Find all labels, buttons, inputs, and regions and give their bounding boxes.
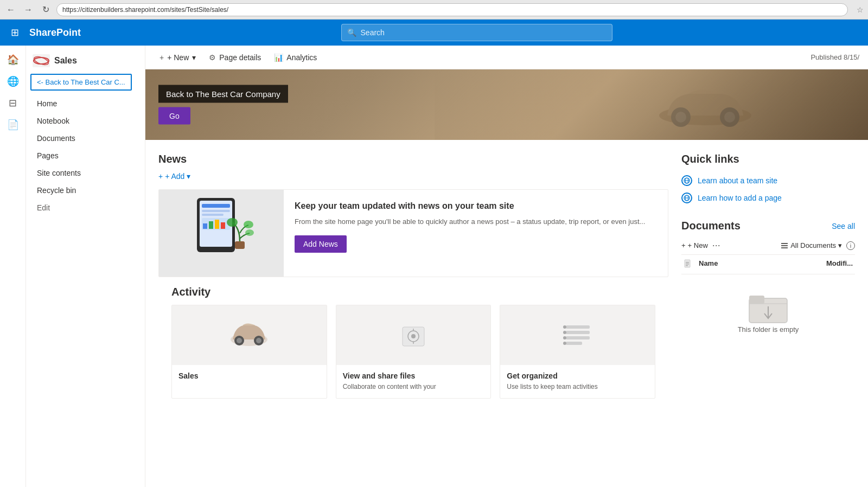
documents-toolbar: + + New ··· All Documents ▾ [681,236,855,255]
add-news-button[interactable]: Add News [295,235,347,253]
see-all-link[interactable]: See all [832,222,855,230]
quick-links-section: Quick links Learn about a team site [681,153,855,207]
activity-card-sales: Sales [171,305,327,399]
rail-doc-icon[interactable]: 📄 [3,115,23,134]
url-bar[interactable]: https://citizenbuilders.sharepoint.com/s… [56,3,848,16]
svg-rect-33 [566,336,590,339]
svg-point-1 [33,55,49,67]
sidebar-item-pages[interactable]: Pages [26,147,145,164]
svg-rect-11 [202,214,224,216]
sidebar-nav: Home Notebook Documents Pages Site conte… [26,95,145,216]
name-column-header: Name [699,259,822,270]
quick-link-label-2: Learn how to add a page [698,194,782,202]
news-section: News + + Add ▾ [158,153,668,277]
sidebar-item-notebook[interactable]: Notebook [26,112,145,130]
new-label: + New [688,241,708,249]
activity-cards: Sales [171,305,655,399]
documents-title: Documents [681,220,741,232]
svg-point-37 [563,336,566,339]
forward-nav-button[interactable]: → [22,3,35,16]
activity-card-files-body: View and share files Collaborate on cont… [336,365,491,398]
right-panel: Quick links Learn about a team site [681,153,855,412]
hero-overlay: Back to The Best Car Company Go [158,85,288,125]
news-card: Keep your team updated with news on your… [158,189,668,277]
rail-home-icon[interactable]: 🏠 [3,50,23,69]
content-area: + + New ▾ ⚙ Page details 📊 Analytics Pub… [145,46,868,487]
activity-card-organized-title: Get organized [507,371,648,380]
quick-link-item-2[interactable]: Learn how to add a page [681,189,855,207]
search-icon: 🔍 [347,28,356,37]
waffle-icon[interactable]: ⊞ [7,24,23,41]
plus-icon: + [681,241,686,249]
published-status: Published 8/15/ [810,53,859,61]
settings-icon: ⚙ [209,53,216,62]
activity-card-files-text: Collaborate on content with your [343,382,484,392]
svg-rect-51 [686,265,688,266]
sidebar-item-recycle-bin[interactable]: Recycle bin [26,182,145,199]
svg-point-25 [256,338,261,343]
sidebar-item-documents[interactable]: Documents [26,130,145,147]
documents-table-header: Name Modifi... [681,255,855,274]
info-icon[interactable]: i [846,241,855,250]
svg-rect-14 [209,221,213,229]
globe-icon-2 [681,193,692,203]
docs-new-button[interactable]: + + New [681,241,708,249]
docs-more-button[interactable]: ··· [712,240,720,251]
svg-point-38 [563,342,566,345]
documents-header: Documents See all [681,220,855,232]
sidebar-item-site-contents[interactable]: Site contents [26,164,145,182]
search-placeholder: Search [361,28,385,37]
file-type-icon [684,259,694,270]
analytics-button[interactable]: 📊 Analytics [269,49,322,66]
site-logo [33,54,50,67]
rail-globe-icon[interactable]: 🌐 [3,72,23,91]
activity-card-sales-title: Sales [178,371,320,380]
news-add-button[interactable]: + + Add ▾ [158,172,190,181]
page-details-button[interactable]: ⚙ Page details [203,49,266,66]
page-main-content: News + + Add ▾ [145,140,868,412]
site-title-area: Sales [26,50,145,69]
activity-card-sales-image [172,305,327,365]
svg-rect-16 [221,222,225,229]
svg-rect-50 [686,264,689,265]
hero-go-button[interactable]: Go [158,107,190,125]
svg-point-4 [675,112,686,123]
page-details-label: Page details [219,53,261,62]
bookmark-icon[interactable]: ☆ [857,5,864,14]
svg-rect-13 [203,223,207,229]
svg-point-36 [563,331,566,334]
back-to-parent-button[interactable]: <- Back to The Best Car C... [30,74,132,91]
new-button[interactable]: + + New ▾ [154,49,201,66]
quick-links-title: Quick links [681,153,855,165]
sidebar-item-edit[interactable]: Edit [26,199,145,216]
quick-link-item-1[interactable]: Learn about a team site [681,172,855,189]
news-image [159,190,284,277]
docs-view-button[interactable]: All Documents ▾ [781,241,842,249]
sidebar-item-home[interactable]: Home [26,95,145,112]
activity-card-files-title: View and share files [343,371,484,380]
refresh-nav-button[interactable]: ↻ [39,3,52,16]
svg-point-20 [245,229,254,236]
svg-rect-54 [749,296,764,304]
activity-card-files-image [336,305,491,365]
news-section-title: News [158,153,668,165]
search-bar[interactable]: 🔍 Search [341,24,612,41]
view-chevron-icon: ▾ [838,241,842,249]
rail-grid-icon[interactable]: ⊟ [3,93,23,113]
browser-bar: ← → ↻ https://citizenbuilders.sharepoint… [0,0,868,20]
activity-card-files: View and share files Collaborate on cont… [336,305,492,399]
add-chevron-icon: ▾ [187,172,190,181]
page-toolbar: + + New ▾ ⚙ Page details 📊 Analytics Pub… [145,46,868,69]
svg-rect-49 [686,262,689,263]
activity-card-organized-image [500,305,655,365]
svg-rect-15 [215,220,219,229]
svg-point-19 [244,221,253,228]
news-card-text: From the site home page you'll be able t… [295,216,657,227]
svg-point-35 [563,325,566,329]
back-nav-button[interactable]: ← [4,3,17,16]
activity-card-organized-text: Use lists to keep team activities [507,382,648,392]
add-label: + Add [165,172,184,181]
list-icon [781,242,788,249]
view-label: All Documents [790,241,836,249]
svg-point-18 [227,218,238,227]
